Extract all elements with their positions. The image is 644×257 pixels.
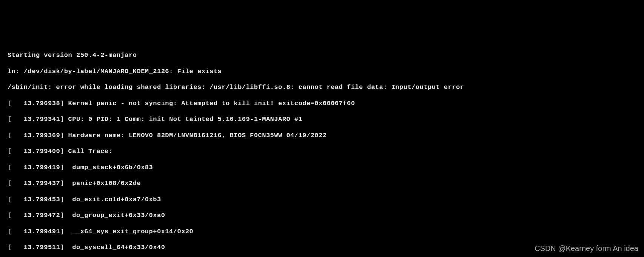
console-line: [ 13.799369] Hardware name: LENOVO 82DM/… bbox=[8, 132, 636, 139]
watermark-text: CSDN @Kearney form An idea bbox=[535, 244, 638, 253]
console-line: [ 13.799400] Call Trace: bbox=[8, 147, 636, 155]
console-line: Starting version 250.4-2-manjaro bbox=[8, 51, 636, 59]
console-line: /sbin/init: error while loading shared l… bbox=[8, 83, 636, 91]
terminal-output: Starting version 250.4-2-manjaro ln: /de… bbox=[8, 43, 636, 257]
console-line: [ 13.799453] do_exit.cold+0xa7/0xb3 bbox=[8, 196, 636, 203]
console-line: [ 13.799341] CPU: 0 PID: 1 Comm: init No… bbox=[8, 115, 636, 123]
console-line: [ 13.799419] dump_stack+0x6b/0x83 bbox=[8, 164, 636, 171]
console-line: [ 13.799437] panic+0x108/0x2de bbox=[8, 179, 636, 187]
console-line: [ 13.799472] do_group_exit+0x33/0xa0 bbox=[8, 211, 636, 219]
console-line: [ 13.799491] __x64_sys_exit_group+0x14/0… bbox=[8, 228, 636, 236]
console-line: [ 13.796938] Kernel panic - not syncing:… bbox=[8, 99, 636, 107]
console-line: ln: /dev/disk/by-label/MANJARO_KDEM_2126… bbox=[8, 67, 636, 75]
